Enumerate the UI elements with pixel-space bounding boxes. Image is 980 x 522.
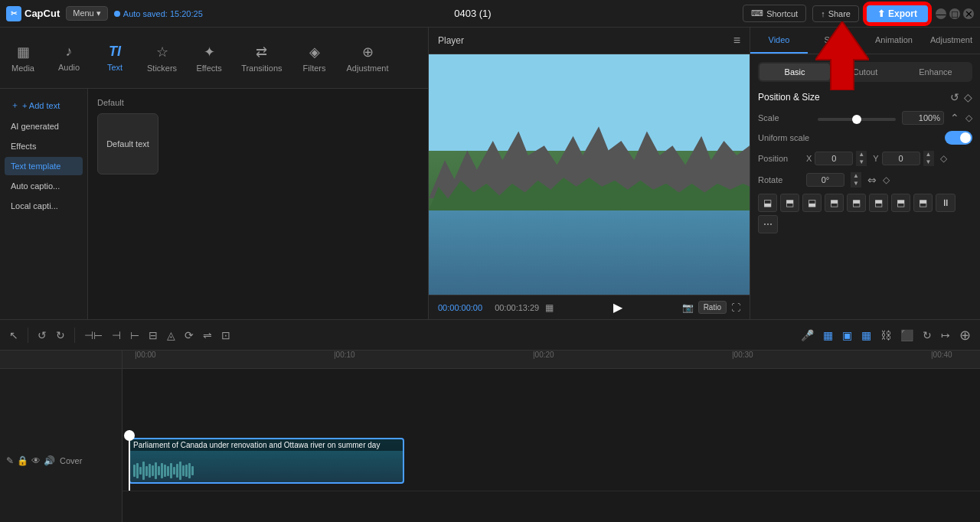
tl-split[interactable]: ⊣⊢ (81, 326, 106, 344)
pos-y-up[interactable]: ▲ (923, 151, 934, 158)
tl-add-button[interactable]: ⊕ (956, 324, 974, 347)
align-center-v[interactable]: ⬒ (847, 194, 866, 212)
reset-button[interactable]: ↺ (950, 91, 959, 103)
align-left[interactable]: ⬓ (758, 194, 777, 212)
rotate-input[interactable] (806, 173, 844, 187)
tl-trim-left[interactable]: ⊣ (109, 326, 124, 344)
flip-horizontal[interactable]: ⇔ (867, 174, 877, 186)
tl-trim-right[interactable]: ⊢ (127, 326, 142, 344)
shortcut-button[interactable]: ⌨ Shortcut (743, 5, 806, 22)
sidebar-item-effects[interactable]: Effects (5, 137, 83, 155)
frame-list-button[interactable]: ▦ (545, 302, 554, 313)
track-audio-btn[interactable]: 🔊 (44, 455, 55, 466)
tl-cursor-tool[interactable]: ↖ (6, 326, 21, 344)
track-area[interactable]: |00:00 |00:10 |00:20 |00:30 |00:40 Parli… (122, 351, 980, 522)
align-pause[interactable]: ⏸ (936, 194, 956, 212)
maximize-button[interactable]: □ (949, 8, 960, 19)
sub-tab-basic[interactable]: Basic (760, 64, 830, 80)
tl-mirror[interactable]: ⇌ (200, 326, 215, 344)
align-distribute-h[interactable]: ⬒ (891, 194, 910, 212)
scale-value-input[interactable] (902, 111, 944, 125)
sidebar-item-auto-caption[interactable]: Auto captio... (5, 177, 83, 195)
tl-move-end[interactable]: ↦ (938, 326, 953, 344)
waveform-bar (142, 462, 145, 479)
pos-keyframe[interactable]: ◇ (940, 153, 947, 164)
rotate-up[interactable]: ▲ (851, 172, 861, 180)
filters-icon: ◈ (309, 44, 320, 60)
pos-y-input[interactable] (882, 152, 920, 165)
pos-x-input[interactable] (815, 152, 853, 165)
export-button[interactable]: ⬆ Export (865, 4, 929, 24)
waveform-bar (173, 467, 175, 475)
track-edit-btn[interactable]: ✎ (6, 455, 14, 466)
tl-link[interactable]: ⛓ (877, 326, 894, 344)
align-center-h[interactable]: ⬒ (780, 194, 799, 212)
rotate-keyframe[interactable]: ◇ (883, 175, 890, 185)
fullscreen-button[interactable]: ⛶ (731, 302, 740, 313)
shortcut-label: Shortcut (766, 9, 798, 18)
right-tab-speed[interactable]: Speed (808, 28, 865, 54)
align-top[interactable]: ⬒ (825, 194, 844, 212)
pos-y-down[interactable]: ▼ (923, 158, 934, 166)
scale-keyframe[interactable]: ◇ (965, 113, 972, 123)
scale-slider[interactable] (818, 118, 896, 121)
screenshot-button[interactable]: 📷 (682, 302, 694, 313)
sidebar-item-local-caption[interactable]: Local capti... (5, 197, 83, 215)
right-tab-adjustment[interactable]: Adjustment (923, 28, 980, 54)
video-clip[interactable]: Parliament of Canada under renovation an… (129, 438, 404, 484)
track-lock-btn[interactable]: 🔒 (17, 455, 28, 466)
tab-media[interactable]: ▦ Media (0, 41, 46, 76)
player-menu-button[interactable]: ≡ (733, 34, 740, 47)
align-bottom[interactable]: ⬒ (869, 194, 888, 212)
tab-adjustment[interactable]: ⊕ Adjustment (338, 41, 398, 76)
right-tab-animation[interactable]: Animation (865, 28, 923, 54)
add-text-button[interactable]: ＋ + Add text (5, 95, 83, 116)
right-tab-video[interactable]: Video (750, 28, 808, 54)
share-button[interactable]: ↑ Share (812, 5, 859, 22)
tl-mic[interactable]: 🎤 (798, 326, 817, 344)
waveform-bar (188, 463, 191, 478)
rotate-down[interactable]: ▼ (851, 180, 861, 188)
tool-tabs: ▦ Media ♪ Audio TI Text ☆ Stickers ✦ Eff… (0, 28, 428, 89)
sub-tab-enhance[interactable]: Enhance (900, 64, 971, 80)
close-button[interactable]: ✕ (963, 8, 974, 19)
tl-crop[interactable]: ⊡ (218, 326, 234, 344)
tl-sync[interactable]: ↻ (920, 326, 935, 344)
tl-mask[interactable]: ◬ (164, 326, 178, 344)
keyframe-diamond-header[interactable]: ◇ (964, 91, 972, 103)
tl-clip-type-1[interactable]: ▦ (820, 326, 836, 344)
uniform-scale-toggle[interactable] (945, 131, 972, 145)
sidebar-item-ai-generated[interactable]: AI generated (5, 117, 83, 135)
ruler-mark-0: |00:00 (135, 351, 156, 359)
pos-x-down[interactable]: ▼ (856, 158, 867, 166)
tl-clip-type-2[interactable]: ▣ (839, 326, 855, 344)
tl-redo[interactable]: ↻ (53, 326, 68, 344)
tab-filters[interactable]: ◈ Filters (292, 41, 338, 76)
align-right[interactable]: ⬓ (802, 194, 822, 212)
track-visibility-btn[interactable]: 👁 (31, 455, 41, 466)
tab-text[interactable]: TI Text (92, 41, 138, 75)
tl-loop[interactable]: ⟳ (181, 326, 197, 344)
scale-stepper-up[interactable]: ⌃ (950, 112, 959, 124)
tl-delete[interactable]: ⊟ (145, 326, 161, 344)
align-extra[interactable]: ⋯ (758, 215, 778, 233)
menu-button[interactable]: Menu ▾ (66, 6, 108, 21)
default-text-preview[interactable]: Default text (97, 113, 158, 175)
pos-x-up[interactable]: ▲ (856, 151, 867, 158)
tab-effects[interactable]: ✦ Effects (186, 41, 232, 76)
ratio-button[interactable]: Ratio (698, 301, 727, 314)
tl-clip-type-3[interactable]: ▦ (858, 326, 874, 344)
sidebar-item-text-template[interactable]: Text template (5, 157, 83, 175)
tl-undo[interactable]: ↺ (34, 326, 50, 344)
play-button[interactable]: ▶ (613, 300, 622, 315)
tab-stickers[interactable]: ☆ Stickers (138, 41, 186, 76)
tab-audio[interactable]: ♪ Audio (46, 41, 92, 75)
sub-tab-basic-label: Basic (785, 67, 805, 77)
align-distribute-v[interactable]: ⬒ (913, 194, 933, 212)
video-track[interactable]: Parliament of Canada under renovation an… (122, 430, 980, 491)
sub-tab-cutout[interactable]: Cutout (830, 64, 900, 80)
minimize-button[interactable]: — (936, 8, 946, 19)
tl-subtitle[interactable]: ⬛ (897, 326, 916, 344)
tab-transitions[interactable]: ⇄ Transitions (232, 41, 291, 76)
scale-label: Scale (758, 113, 812, 122)
